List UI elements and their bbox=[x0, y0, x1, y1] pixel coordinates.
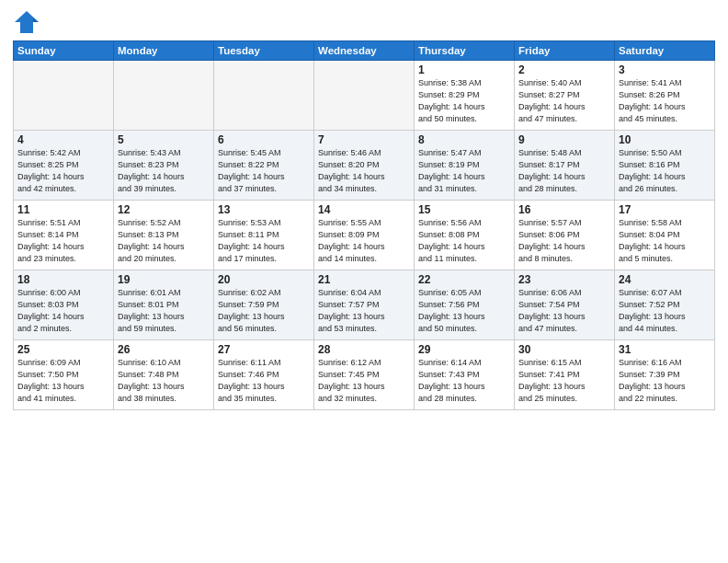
day-number: 28 bbox=[318, 343, 410, 356]
day-info: Sunrise: 6:01 AMSunset: 8:01 PMDaylight:… bbox=[118, 287, 210, 335]
day-info: Sunrise: 6:06 AMSunset: 7:54 PMDaylight:… bbox=[518, 287, 610, 335]
day-info: Sunrise: 6:16 AMSunset: 7:39 PMDaylight:… bbox=[619, 357, 711, 405]
col-header-tuesday: Tuesday bbox=[214, 41, 314, 61]
calendar-cell: 21Sunrise: 6:04 AMSunset: 7:57 PMDayligh… bbox=[314, 270, 415, 340]
col-header-monday: Monday bbox=[114, 41, 214, 61]
calendar-cell: 9Sunrise: 5:48 AMSunset: 8:17 PMDaylight… bbox=[515, 131, 615, 201]
calendar-cell: 7Sunrise: 5:46 AMSunset: 8:20 PMDaylight… bbox=[314, 131, 415, 201]
day-info: Sunrise: 6:00 AMSunset: 8:03 PMDaylight:… bbox=[17, 287, 109, 335]
calendar-cell: 25Sunrise: 6:09 AMSunset: 7:50 PMDayligh… bbox=[14, 340, 114, 410]
col-header-friday: Friday bbox=[515, 41, 615, 61]
day-info: Sunrise: 5:55 AMSunset: 8:09 PMDaylight:… bbox=[318, 217, 410, 265]
day-number: 30 bbox=[518, 343, 610, 356]
day-info: Sunrise: 5:42 AMSunset: 8:25 PMDaylight:… bbox=[17, 147, 109, 195]
day-number: 9 bbox=[518, 133, 610, 146]
calendar-week-3: 11Sunrise: 5:51 AMSunset: 8:14 PMDayligh… bbox=[14, 201, 715, 270]
day-info: Sunrise: 5:51 AMSunset: 8:14 PMDaylight:… bbox=[17, 217, 109, 265]
day-info: Sunrise: 6:04 AMSunset: 7:57 PMDaylight:… bbox=[318, 287, 410, 335]
calendar-cell: 31Sunrise: 6:16 AMSunset: 7:39 PMDayligh… bbox=[615, 340, 715, 410]
day-info: Sunrise: 6:05 AMSunset: 7:56 PMDaylight:… bbox=[418, 287, 510, 335]
day-number: 24 bbox=[619, 273, 711, 286]
day-number: 31 bbox=[619, 343, 711, 356]
day-number: 6 bbox=[218, 133, 310, 146]
calendar-cell: 26Sunrise: 6:10 AMSunset: 7:48 PMDayligh… bbox=[114, 340, 214, 410]
day-info: Sunrise: 5:46 AMSunset: 8:20 PMDaylight:… bbox=[318, 147, 410, 195]
calendar-cell: 13Sunrise: 5:53 AMSunset: 8:11 PMDayligh… bbox=[214, 201, 314, 270]
day-number: 1 bbox=[418, 63, 510, 76]
day-number: 3 bbox=[619, 63, 711, 76]
calendar-cell: 4Sunrise: 5:42 AMSunset: 8:25 PMDaylight… bbox=[14, 131, 114, 201]
calendar-cell: 8Sunrise: 5:47 AMSunset: 8:19 PMDaylight… bbox=[415, 131, 515, 201]
calendar-cell: 6Sunrise: 5:45 AMSunset: 8:22 PMDaylight… bbox=[214, 131, 314, 201]
day-info: Sunrise: 5:53 AMSunset: 8:11 PMDaylight:… bbox=[218, 217, 310, 265]
calendar-cell: 23Sunrise: 6:06 AMSunset: 7:54 PMDayligh… bbox=[515, 270, 615, 340]
day-number: 7 bbox=[318, 133, 410, 146]
day-number: 13 bbox=[218, 203, 310, 216]
day-number: 18 bbox=[17, 273, 109, 286]
day-number: 27 bbox=[218, 343, 310, 356]
calendar-cell: 20Sunrise: 6:02 AMSunset: 7:59 PMDayligh… bbox=[214, 270, 314, 340]
col-header-thursday: Thursday bbox=[415, 41, 515, 61]
day-number: 25 bbox=[17, 343, 109, 356]
day-number: 21 bbox=[318, 273, 410, 286]
calendar-cell: 12Sunrise: 5:52 AMSunset: 8:13 PMDayligh… bbox=[114, 201, 214, 270]
col-header-wednesday: Wednesday bbox=[314, 41, 415, 61]
day-number: 12 bbox=[118, 203, 210, 216]
calendar-cell: 14Sunrise: 5:55 AMSunset: 8:09 PMDayligh… bbox=[314, 201, 415, 270]
day-number: 22 bbox=[418, 273, 510, 286]
calendar-week-5: 25Sunrise: 6:09 AMSunset: 7:50 PMDayligh… bbox=[14, 340, 715, 410]
calendar-cell: 30Sunrise: 6:15 AMSunset: 7:41 PMDayligh… bbox=[515, 340, 615, 410]
day-info: Sunrise: 5:47 AMSunset: 8:19 PMDaylight:… bbox=[418, 147, 510, 195]
calendar-cell: 16Sunrise: 5:57 AMSunset: 8:06 PMDayligh… bbox=[515, 201, 615, 270]
calendar-week-1: 1Sunrise: 5:38 AMSunset: 8:29 PMDaylight… bbox=[14, 61, 715, 131]
day-info: Sunrise: 5:56 AMSunset: 8:08 PMDaylight:… bbox=[418, 217, 510, 265]
day-info: Sunrise: 5:50 AMSunset: 8:16 PMDaylight:… bbox=[619, 147, 711, 195]
day-info: Sunrise: 5:45 AMSunset: 8:22 PMDaylight:… bbox=[218, 147, 310, 195]
day-number: 23 bbox=[518, 273, 610, 286]
day-number: 10 bbox=[619, 133, 711, 146]
day-info: Sunrise: 6:14 AMSunset: 7:43 PMDaylight:… bbox=[418, 357, 510, 405]
calendar-cell: 17Sunrise: 5:58 AMSunset: 8:04 PMDayligh… bbox=[615, 201, 715, 270]
calendar-cell: 24Sunrise: 6:07 AMSunset: 7:52 PMDayligh… bbox=[615, 270, 715, 340]
calendar-cell: 18Sunrise: 6:00 AMSunset: 8:03 PMDayligh… bbox=[14, 270, 114, 340]
calendar-cell: 27Sunrise: 6:11 AMSunset: 7:46 PMDayligh… bbox=[214, 340, 314, 410]
day-info: Sunrise: 6:10 AMSunset: 7:48 PMDaylight:… bbox=[118, 357, 210, 405]
day-number: 5 bbox=[118, 133, 210, 146]
calendar-cell: 11Sunrise: 5:51 AMSunset: 8:14 PMDayligh… bbox=[14, 201, 114, 270]
day-info: Sunrise: 6:02 AMSunset: 7:59 PMDaylight:… bbox=[218, 287, 310, 335]
logo-icon bbox=[13, 9, 40, 35]
day-number: 16 bbox=[518, 203, 610, 216]
day-number: 29 bbox=[418, 343, 510, 356]
day-number: 19 bbox=[118, 273, 210, 286]
day-info: Sunrise: 6:11 AMSunset: 7:46 PMDaylight:… bbox=[218, 357, 310, 405]
day-info: Sunrise: 5:41 AMSunset: 8:26 PMDaylight:… bbox=[619, 77, 711, 125]
calendar-week-2: 4Sunrise: 5:42 AMSunset: 8:25 PMDaylight… bbox=[14, 131, 715, 201]
day-info: Sunrise: 5:43 AMSunset: 8:23 PMDaylight:… bbox=[118, 147, 210, 195]
calendar-cell bbox=[314, 61, 415, 131]
day-number: 2 bbox=[518, 63, 610, 76]
calendar-cell: 10Sunrise: 5:50 AMSunset: 8:16 PMDayligh… bbox=[615, 131, 715, 201]
day-number: 8 bbox=[418, 133, 510, 146]
day-number: 17 bbox=[619, 203, 711, 216]
day-info: Sunrise: 5:57 AMSunset: 8:06 PMDaylight:… bbox=[518, 217, 610, 265]
calendar-cell: 5Sunrise: 5:43 AMSunset: 8:23 PMDaylight… bbox=[114, 131, 214, 201]
calendar-cell: 28Sunrise: 6:12 AMSunset: 7:45 PMDayligh… bbox=[314, 340, 415, 410]
calendar-cell bbox=[114, 61, 214, 131]
page-container: SundayMondayTuesdayWednesdayThursdayFrid… bbox=[0, 0, 728, 563]
calendar-table: SundayMondayTuesdayWednesdayThursdayFrid… bbox=[13, 40, 715, 410]
day-info: Sunrise: 5:40 AMSunset: 8:27 PMDaylight:… bbox=[518, 77, 610, 125]
day-info: Sunrise: 5:52 AMSunset: 8:13 PMDaylight:… bbox=[118, 217, 210, 265]
day-info: Sunrise: 6:15 AMSunset: 7:41 PMDaylight:… bbox=[518, 357, 610, 405]
col-header-saturday: Saturday bbox=[615, 41, 715, 61]
day-info: Sunrise: 5:58 AMSunset: 8:04 PMDaylight:… bbox=[619, 217, 711, 265]
calendar-cell: 15Sunrise: 5:56 AMSunset: 8:08 PMDayligh… bbox=[415, 201, 515, 270]
day-number: 11 bbox=[17, 203, 109, 216]
day-number: 4 bbox=[17, 133, 109, 146]
logo bbox=[13, 9, 44, 35]
calendar-cell: 29Sunrise: 6:14 AMSunset: 7:43 PMDayligh… bbox=[415, 340, 515, 410]
day-number: 15 bbox=[418, 203, 510, 216]
day-info: Sunrise: 5:38 AMSunset: 8:29 PMDaylight:… bbox=[418, 77, 510, 125]
calendar-cell bbox=[14, 61, 114, 131]
calendar-cell: 3Sunrise: 5:41 AMSunset: 8:26 PMDaylight… bbox=[615, 61, 715, 131]
header-row: SundayMondayTuesdayWednesdayThursdayFrid… bbox=[14, 41, 715, 61]
